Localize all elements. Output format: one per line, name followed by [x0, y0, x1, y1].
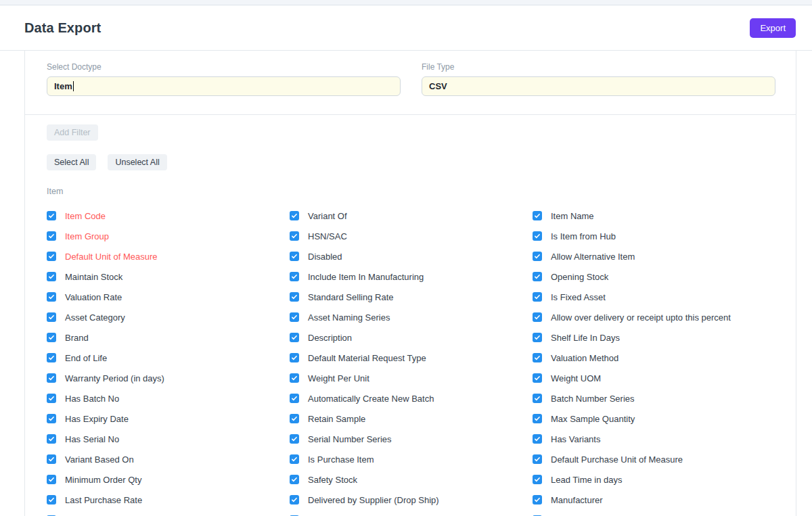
checkbox-checked-icon[interactable]	[47, 475, 56, 484]
field-checkbox-row[interactable]: Customs Tariff Number	[533, 510, 775, 516]
checkbox-checked-icon[interactable]	[290, 252, 299, 261]
field-checkbox-row[interactable]: Is Purchase Item	[290, 449, 533, 469]
checkbox-checked-icon[interactable]	[47, 495, 56, 505]
field-checkbox-row[interactable]: Manufacturer	[533, 490, 775, 510]
field-checkbox-row[interactable]: Include Item In Manufacturing	[290, 266, 533, 287]
checkbox-checked-icon[interactable]	[533, 394, 542, 403]
field-checkbox-row[interactable]: Lead Time in days	[533, 469, 775, 490]
field-checkbox-row[interactable]: Shelf Life In Days	[533, 327, 775, 348]
field-checkbox-row[interactable]: Asset Naming Series	[290, 307, 533, 327]
checkbox-checked-icon[interactable]	[290, 475, 299, 484]
field-checkbox-row[interactable]: Description	[290, 327, 533, 348]
checkbox-checked-icon[interactable]	[533, 475, 542, 484]
checkbox-checked-icon[interactable]	[533, 333, 542, 342]
checkbox-checked-icon[interactable]	[47, 394, 56, 403]
field-checkbox-row[interactable]: Valuation Method	[533, 348, 775, 368]
field-label: Is Fixed Asset	[551, 292, 606, 302]
field-checkbox-row[interactable]: Variant Based On	[47, 449, 290, 469]
field-checkbox-row[interactable]: Weight UOM	[533, 368, 775, 388]
checkbox-checked-icon[interactable]	[533, 292, 542, 302]
checkbox-checked-icon[interactable]	[47, 231, 56, 241]
checkbox-checked-icon[interactable]	[290, 211, 299, 220]
field-checkbox-row[interactable]: Default Material Request Type	[290, 348, 533, 368]
checkbox-checked-icon[interactable]	[47, 414, 56, 423]
field-checkbox-row[interactable]: Batch Number Series	[533, 388, 775, 408]
checkbox-checked-icon[interactable]	[47, 252, 56, 261]
export-button[interactable]: Export	[750, 18, 796, 38]
field-checkbox-row[interactable]: Brand	[47, 327, 290, 348]
checkbox-checked-icon[interactable]	[290, 495, 299, 505]
checkbox-checked-icon[interactable]	[533, 272, 542, 281]
field-checkbox-row[interactable]: Standard Selling Rate	[290, 287, 533, 307]
field-checkbox-row[interactable]: Default Purchase Unit of Measure	[533, 449, 775, 469]
field-checkbox-row[interactable]: Valuation Rate	[47, 287, 290, 307]
checkbox-checked-icon[interactable]	[290, 231, 299, 241]
checkbox-checked-icon[interactable]	[290, 454, 299, 464]
checkbox-checked-icon[interactable]	[47, 312, 56, 322]
checkbox-checked-icon[interactable]	[533, 252, 542, 261]
checkbox-checked-icon[interactable]	[290, 292, 299, 302]
checkbox-checked-icon[interactable]	[47, 272, 56, 281]
add-filter-button[interactable]: Add Filter	[47, 124, 98, 141]
field-checkbox-row[interactable]: End of Life	[47, 348, 290, 368]
field-checkbox-row[interactable]: Is Item from Hub	[533, 226, 775, 246]
field-checkbox-row[interactable]: Automatically Create New Batch	[290, 388, 533, 408]
field-checkbox-row[interactable]: Opening Stock	[533, 266, 775, 287]
checkbox-checked-icon[interactable]	[533, 231, 542, 241]
field-checkbox-row[interactable]: Country of Origin	[290, 510, 533, 516]
checkbox-checked-icon[interactable]	[533, 454, 542, 464]
file-type-input[interactable]: CSV	[422, 76, 775, 96]
checkbox-checked-icon[interactable]	[290, 394, 299, 403]
checkbox-checked-icon[interactable]	[533, 414, 542, 423]
checkbox-checked-icon[interactable]	[47, 373, 56, 383]
field-checkbox-row[interactable]: Item Code	[47, 206, 290, 226]
field-checkbox-row[interactable]: Is Fixed Asset	[533, 287, 775, 307]
field-checkbox-row[interactable]: Has Variants	[533, 429, 775, 449]
field-checkbox-row[interactable]: Item Name	[533, 206, 775, 226]
field-checkbox-row[interactable]: Minimum Order Qty	[47, 469, 290, 490]
checkbox-checked-icon[interactable]	[47, 211, 56, 220]
field-checkbox-row[interactable]: HSN/SAC	[290, 226, 533, 246]
field-checkbox-row[interactable]: Warranty Period (in days)	[47, 368, 290, 388]
checkbox-checked-icon[interactable]	[290, 373, 299, 383]
doctype-input[interactable]: Item	[47, 76, 401, 96]
field-checkbox-row[interactable]: Default Unit of Measure	[47, 246, 290, 266]
checkbox-checked-icon[interactable]	[533, 211, 542, 220]
checkbox-checked-icon[interactable]	[533, 312, 542, 322]
field-checkbox-row[interactable]: Delivered by Supplier (Drop Ship)	[290, 490, 533, 510]
checkbox-checked-icon[interactable]	[533, 495, 542, 505]
field-checkbox-row[interactable]: Has Serial No	[47, 429, 290, 449]
checkbox-checked-icon[interactable]	[290, 312, 299, 322]
checkbox-checked-icon[interactable]	[47, 454, 56, 464]
field-checkbox-row[interactable]: Allow Alternative Item	[533, 246, 775, 266]
checkbox-checked-icon[interactable]	[533, 353, 542, 362]
field-checkbox-row[interactable]: Variant Of	[290, 206, 533, 226]
checkbox-checked-icon[interactable]	[290, 333, 299, 342]
checkbox-checked-icon[interactable]	[47, 434, 56, 444]
field-checkbox-row[interactable]: Disabled	[290, 246, 533, 266]
checkbox-checked-icon[interactable]	[47, 333, 56, 342]
checkbox-checked-icon[interactable]	[290, 272, 299, 281]
field-checkbox-row[interactable]: Maintain Stock	[47, 266, 290, 287]
field-checkbox-row[interactable]: Last Purchase Rate	[47, 490, 290, 510]
checkbox-checked-icon[interactable]	[290, 414, 299, 423]
checkbox-checked-icon[interactable]	[47, 353, 56, 362]
checkbox-checked-icon[interactable]	[47, 292, 56, 302]
field-checkbox-row[interactable]: Retain Sample	[290, 408, 533, 429]
field-checkbox-row[interactable]: Safety Stock	[290, 469, 533, 490]
field-checkbox-row[interactable]: Item Group	[47, 226, 290, 246]
checkbox-checked-icon[interactable]	[290, 353, 299, 362]
checkbox-checked-icon[interactable]	[533, 434, 542, 444]
field-checkbox-row[interactable]: Serial Number Series	[290, 429, 533, 449]
checkbox-checked-icon[interactable]	[533, 373, 542, 383]
unselect-all-button[interactable]: Unselect All	[108, 154, 166, 170]
select-all-button[interactable]: Select All	[47, 154, 96, 170]
field-checkbox-row[interactable]: Allow over delivery or receipt upto this…	[533, 307, 775, 327]
field-checkbox-row[interactable]: Has Expiry Date	[47, 408, 290, 429]
checkbox-checked-icon[interactable]	[290, 434, 299, 444]
field-checkbox-row[interactable]: Max Sample Quantity	[533, 408, 775, 429]
field-checkbox-row[interactable]: Manufacturer Part Number	[47, 510, 290, 516]
field-checkbox-row[interactable]: Weight Per Unit	[290, 368, 533, 388]
field-checkbox-row[interactable]: Has Batch No	[47, 388, 290, 408]
field-checkbox-row[interactable]: Asset Category	[47, 307, 290, 327]
